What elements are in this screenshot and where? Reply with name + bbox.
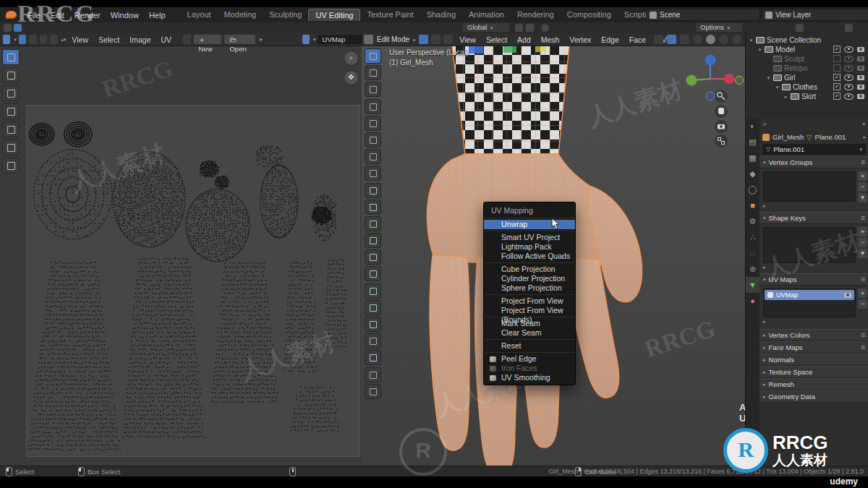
eye-icon[interactable] [844, 56, 854, 62]
panel-texture-space[interactable]: ▸Texture Space [760, 366, 868, 378]
breadcrumb-object[interactable]: Girl_Mesh [773, 133, 804, 141]
proportional-editing-icon[interactable] [541, 24, 549, 32]
menu-item-reset[interactable]: Reset [484, 341, 575, 351]
tab-animation[interactable]: Animation [462, 9, 511, 21]
outliner-row-scene-collection[interactable]: ▾ Scene Collection [749, 35, 867, 45]
tool-rotate[interactable] [365, 99, 381, 114]
uv-select-island-button[interactable] [50, 35, 57, 44]
tab-object-properties[interactable]: ■ [746, 197, 760, 213]
snap-magnet-icon[interactable] [515, 24, 523, 32]
tool-transform[interactable] [365, 132, 381, 147]
mode-dropdown[interactable]: Edit Mode ▾ [377, 35, 415, 43]
eye-icon[interactable] [844, 84, 854, 90]
menu-edit[interactable]: Edit [46, 11, 69, 20]
tab-render-properties[interactable]: ◐ [746, 118, 760, 134]
pivot-chevron-icon[interactable]: ▴▾ [61, 37, 67, 43]
tab-compositing[interactable]: Compositing [561, 9, 618, 21]
active-render-icon[interactable] [844, 293, 851, 298]
edge-mode-button[interactable] [431, 35, 441, 44]
open-image-button[interactable]: 🗁 Open [224, 35, 255, 44]
tool-bevel[interactable] [365, 233, 381, 248]
tool-knife[interactable] [365, 266, 381, 281]
outliner-row-clothes[interactable]: ▾ Clothes ✓ [749, 82, 867, 92]
tab-output-properties[interactable]: ▤ [746, 134, 760, 150]
browse-image-icon[interactable] [183, 35, 190, 44]
add-vertex-group-button[interactable]: ＋ [858, 171, 867, 181]
menu-item-cylinder-projection[interactable]: Cylinder Projection [484, 274, 575, 283]
render-visibility-icon[interactable] [857, 56, 864, 61]
viewport-editor-type-icon[interactable] [364, 35, 373, 44]
vp-menu-mesh[interactable]: Mesh [537, 35, 564, 44]
render-visibility-icon[interactable] [857, 75, 864, 80]
checkbox-icon[interactable] [833, 55, 841, 62]
render-visibility-icon[interactable] [857, 94, 864, 99]
tool-extrude-region[interactable] [365, 200, 381, 215]
panel-uv-maps[interactable]: ▾UV Maps ☰ [760, 273, 868, 286]
uv-menu-select[interactable]: Select [94, 35, 124, 44]
render-visibility-icon[interactable] [857, 85, 864, 90]
options-dropdown[interactable]: Options ▾ [696, 23, 742, 32]
vp-menu-add[interactable]: Add [513, 35, 535, 44]
remove-vertex-group-button[interactable]: − [858, 182, 867, 192]
tab-modeling[interactable]: Modeling [218, 9, 263, 21]
tab-physics-properties[interactable]: ◌ [746, 245, 760, 261]
tool-move[interactable] [365, 82, 381, 97]
uv-menu-image[interactable]: Image [125, 35, 155, 44]
editor-corner-icon[interactable] [796, 24, 804, 32]
checkbox-icon[interactable]: ✓ [833, 74, 841, 81]
face-mode-button[interactable] [443, 35, 453, 44]
uv-tool-scale[interactable] [2, 121, 20, 137]
tool-cursor[interactable] [365, 65, 381, 80]
vertex-groups-list[interactable] [763, 171, 856, 202]
menu-item-peel-edge[interactable]: Peel Edge [484, 354, 575, 364]
uv-select-edge-button[interactable] [29, 35, 36, 44]
uv-menu-view[interactable]: View [68, 35, 93, 44]
blender-logo-icon[interactable] [6, 11, 17, 19]
properties-filter-icon[interactable]: ▾ [862, 121, 865, 127]
tab-world-properties[interactable]: ◯ [746, 181, 760, 197]
uv-tool-cursor[interactable] [2, 67, 20, 83]
tab-sculpting[interactable]: Sculpting [263, 9, 308, 21]
panel-shape-keys[interactable]: ▾Shape Keys ☰ [760, 212, 868, 224]
outliner-row-retopo[interactable]: Retopo [749, 64, 867, 73]
uv-select-face-button[interactable] [40, 35, 47, 44]
add-uv-map-button[interactable]: ＋ [858, 288, 867, 298]
shading-wireframe-icon[interactable] [693, 35, 702, 44]
tool-inset-faces[interactable] [365, 216, 381, 231]
menu-item-lightmap-pack[interactable]: Lightmap Pack [484, 242, 575, 252]
vp-menu-edge[interactable]: Edge [597, 35, 624, 44]
xray-icon[interactable] [680, 35, 689, 44]
tab-modifier-properties[interactable]: ⚙ [746, 213, 760, 229]
eye-icon[interactable] [844, 74, 854, 81]
tool-poly-build[interactable] [365, 283, 381, 299]
add-shape-key-button[interactable]: ＋ [858, 227, 867, 236]
tool-shear[interactable] [365, 367, 381, 382]
menu-item-clear-seam[interactable]: Clear Seam [484, 328, 575, 338]
vp-menu-face[interactable]: Face [625, 35, 650, 44]
uv-pan-hand-icon[interactable]: ✥ [344, 70, 359, 85]
tab-texture-paint[interactable]: Texture Paint [360, 9, 420, 21]
pin-image-icon[interactable]: ➤ [259, 37, 263, 43]
active-tool-icon[interactable] [4, 24, 12, 32]
tab-shading[interactable]: Shading [420, 9, 462, 21]
uv-select-vertex-button[interactable] [19, 35, 26, 44]
menu-item-smart-uv-project[interactable]: Smart UV Project [484, 233, 575, 242]
outliner-row-sculpt[interactable]: Sculpt [749, 54, 867, 64]
tab-material-properties[interactable]: ● [746, 293, 760, 309]
tool-shrink-fatten[interactable] [365, 350, 381, 365]
uv-editor-viewport[interactable] [0, 46, 362, 466]
scene-selector[interactable]: Scene [646, 9, 760, 21]
vp-menu-vertex[interactable]: Vertex [565, 35, 595, 44]
tool-edge-slide[interactable] [365, 333, 381, 348]
tool-select-box[interactable] [365, 48, 381, 64]
checkbox-icon[interactable]: ✓ [833, 83, 841, 90]
breadcrumb-data[interactable]: Plane.001 [815, 133, 846, 141]
menu-window[interactable]: Window [106, 11, 144, 20]
specials-arrow[interactable]: ▸ [763, 202, 856, 209]
view-layer-selector[interactable]: View Layer [762, 9, 868, 21]
editor-type-icon[interactable] [3, 35, 10, 44]
checkbox-icon[interactable]: ✓ [833, 93, 841, 100]
shape-key-specials-button[interactable]: ▾ [858, 249, 867, 258]
eye-icon[interactable] [844, 46, 854, 53]
tab-rendering[interactable]: Rendering [511, 9, 561, 21]
